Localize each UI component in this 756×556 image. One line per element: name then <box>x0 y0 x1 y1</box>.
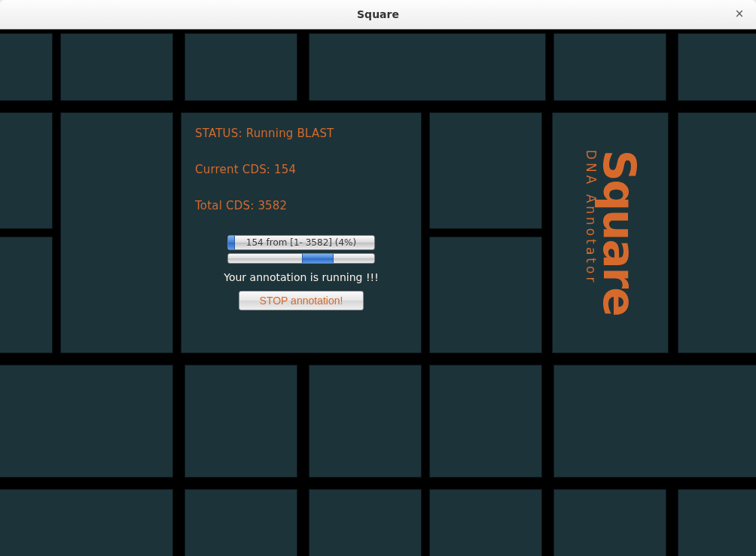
window-title: Square <box>357 8 399 20</box>
bg-tile <box>309 489 422 556</box>
status-panel: STATUS: Running BLAST Current CDS: 154 T… <box>181 112 422 353</box>
progress-chunk <box>302 254 334 263</box>
progress-message: Your annotation is running !!! <box>224 271 379 283</box>
bg-tile <box>0 489 173 556</box>
app-window: Square × STATUS: Running <box>0 0 756 556</box>
bg-tile <box>678 33 756 101</box>
bg-tile <box>678 489 756 556</box>
bg-tile <box>0 33 53 101</box>
bg-tile <box>309 33 546 101</box>
total-cds-value: 3582 <box>258 199 287 212</box>
bg-tile <box>184 489 297 556</box>
status-value: Running BLAST <box>246 127 334 140</box>
stop-button[interactable]: STOP annotation! <box>239 291 364 310</box>
bg-tile <box>60 112 173 353</box>
progress-label: 154 from [1- 3582] (4%) <box>228 236 374 249</box>
progress-bar-indeterminate <box>227 253 375 264</box>
close-icon[interactable]: × <box>732 6 747 21</box>
logo-inner: Square DNA Annotator <box>584 150 637 316</box>
progress-wrap: 154 from [1- 3582] (4%) Your annotation … <box>195 235 407 310</box>
content-area: STATUS: Running BLAST Current CDS: 154 T… <box>0 29 756 556</box>
current-cds-line: Current CDS: 154 <box>195 163 407 176</box>
bg-tile <box>0 112 53 229</box>
bg-tile <box>0 237 53 353</box>
bg-tile <box>553 365 756 478</box>
total-cds-label: Total CDS: <box>195 199 258 212</box>
bg-tile <box>0 365 173 478</box>
bg-tile <box>429 112 542 229</box>
bg-tile <box>429 237 542 353</box>
current-cds-value: 154 <box>274 163 296 176</box>
bg-tile <box>309 365 422 478</box>
status-label: STATUS: <box>195 127 246 140</box>
progress-bar: 154 from [1- 3582] (4%) <box>227 235 375 250</box>
status-line: STATUS: Running BLAST <box>195 127 407 140</box>
bg-tile <box>678 112 756 353</box>
bg-tile <box>429 489 542 556</box>
bg-tile <box>184 33 297 101</box>
bg-tile <box>553 489 666 556</box>
title-bar: Square × <box>0 0 756 29</box>
current-cds-label: Current CDS: <box>195 163 274 176</box>
bg-tile <box>184 365 297 478</box>
bg-tile <box>553 33 666 101</box>
logo-panel: Square DNA Annotator <box>552 112 669 353</box>
bg-tile <box>429 365 542 478</box>
bg-tile <box>60 33 173 101</box>
logo-name: Square <box>600 150 637 316</box>
total-cds-line: Total CDS: 3582 <box>195 199 407 212</box>
